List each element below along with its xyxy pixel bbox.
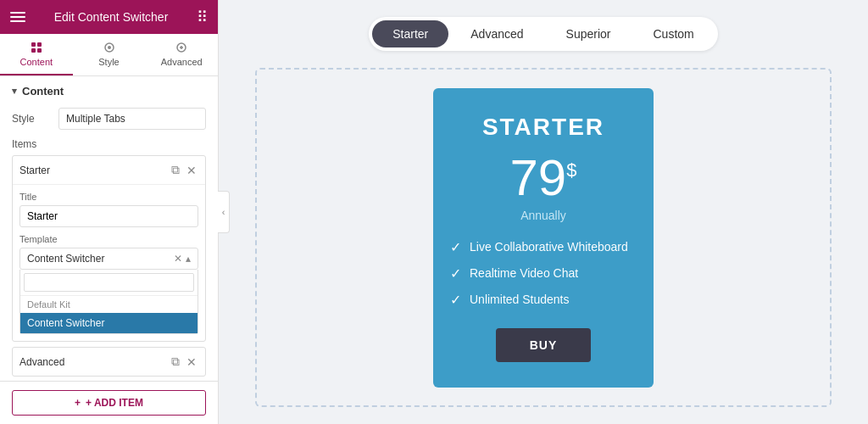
hamburger-icon[interactable] [10, 12, 25, 22]
pricing-buy-button[interactable]: BUY [496, 328, 592, 362]
check-icon-3: ✓ [450, 292, 461, 308]
dropdown-item-content-switcher[interactable]: Content Switcher [20, 313, 198, 333]
template-dropdown: Default Kit Content Switcher [19, 270, 198, 334]
collapse-handle[interactable]: ‹ [218, 191, 230, 233]
tab-content-label: Content [20, 57, 53, 67]
template-select-box[interactable]: Content Switcher ✕ ▴ [19, 248, 198, 270]
pricing-features: ✓ Live Collaborative Whiteboard ✓ Realti… [450, 239, 637, 308]
item-advanced-delete-btn[interactable]: ✕ [185, 353, 198, 371]
tab-advanced[interactable]: Advanced [145, 34, 218, 75]
template-select-actions: ✕ ▴ [174, 253, 191, 265]
template-select-text: Content Switcher [27, 253, 174, 265]
advanced-icon [175, 41, 188, 54]
items-label: Items [12, 138, 206, 150]
item-advanced: Advanced ⧉ ✕ [12, 347, 206, 377]
item-starter-copy-btn[interactable]: ⧉ [170, 161, 181, 179]
title-subfield: Title [13, 185, 205, 234]
sidebar-footer: + + ADD ITEM [0, 381, 218, 424]
sidebar-tabs: Content Style Advanced [0, 34, 218, 76]
add-item-button[interactable]: + + ADD ITEM [12, 390, 206, 416]
tab-style-label: Style [98, 57, 119, 67]
sidebar-header: Edit Content Switcher ⠿ [0, 0, 218, 34]
sidebar-content: ▾ Content Style Multiple Tabs Items Star… [0, 76, 218, 381]
item-starter-actions: ⧉ ✕ [170, 161, 198, 179]
tab-superior-btn[interactable]: Superior [546, 20, 632, 47]
style-field-row: Style Multiple Tabs [12, 108, 206, 130]
tab-content[interactable]: Content [0, 34, 73, 75]
style-select[interactable]: Multiple Tabs [58, 108, 206, 130]
feature-3-text: Unlimited Students [470, 293, 570, 306]
pricing-title: STARTER [482, 114, 604, 141]
title-input[interactable] [19, 205, 198, 227]
feature-3: ✓ Unlimited Students [450, 292, 637, 308]
tab-switcher: Starter Advanced Superior Custom [369, 17, 717, 51]
section-collapse-icon[interactable]: ▾ [12, 86, 17, 97]
grid-icon[interactable]: ⠿ [197, 8, 208, 26]
style-icon [103, 41, 116, 54]
item-advanced-copy-btn[interactable]: ⧉ [170, 353, 181, 371]
template-label: Template [19, 234, 198, 244]
item-starter: Starter ⧉ ✕ Title Template Content Switc… [12, 155, 206, 342]
pricing-card: STARTER 79 $ Annually ✓ Live Collaborati… [433, 88, 654, 388]
item-starter-delete-btn[interactable]: ✕ [185, 161, 198, 179]
tab-advanced-label: Advanced [161, 57, 203, 67]
svg-rect-2 [31, 48, 36, 53]
section-title: Content [22, 85, 64, 98]
add-item-label: + ADD ITEM [86, 397, 143, 409]
svg-point-5 [108, 46, 111, 49]
template-toggle-icon[interactable]: ▴ [186, 253, 191, 265]
title-subfield-label: Title [19, 192, 198, 202]
template-field: Template Content Switcher ✕ ▴ [13, 234, 205, 341]
item-starter-label: Starter [19, 165, 170, 176]
sidebar: Edit Content Switcher ⠿ Content Style [0, 0, 219, 424]
feature-1-text: Live Collaborative Whiteboard [470, 240, 628, 254]
dropdown-group-label: Default Kit [20, 296, 198, 313]
tab-custom-btn[interactable]: Custom [632, 20, 714, 47]
pricing-price: 79 $ [510, 153, 577, 204]
svg-rect-3 [37, 48, 42, 53]
svg-rect-1 [37, 42, 42, 47]
tab-starter-btn[interactable]: Starter [372, 20, 448, 47]
add-item-plus-icon: + [75, 397, 81, 409]
check-icon-1: ✓ [450, 239, 461, 255]
item-advanced-actions: ⧉ ✕ [170, 353, 198, 371]
pricing-currency: $ [566, 161, 576, 180]
preview-area: STARTER 79 $ Annually ✓ Live Collaborati… [255, 68, 832, 407]
item-starter-header: Starter ⧉ ✕ [13, 156, 205, 185]
template-clear-icon[interactable]: ✕ [174, 253, 182, 265]
template-select-wrapper: Content Switcher ✕ ▴ Default Kit Content… [19, 248, 198, 334]
svg-rect-0 [31, 42, 36, 47]
section-header: ▾ Content [12, 85, 206, 98]
style-select-wrapper: Multiple Tabs [58, 108, 206, 130]
sidebar-title: Edit Content Switcher [54, 10, 169, 24]
feature-2-text: Realtime Video Chat [470, 266, 578, 280]
tab-style[interactable]: Style [73, 34, 146, 75]
dropdown-search-input[interactable] [24, 273, 194, 292]
feature-2: ✓ Realtime Video Chat [450, 265, 637, 282]
pricing-price-number: 79 [510, 153, 567, 204]
tab-advanced-btn[interactable]: Advanced [450, 20, 543, 47]
content-icon [30, 41, 43, 54]
item-advanced-label: Advanced [19, 356, 170, 368]
main-area: Starter Advanced Superior Custom STARTER… [219, 0, 868, 424]
dropdown-search-wrapper [20, 270, 198, 296]
feature-1: ✓ Live Collaborative Whiteboard [450, 239, 637, 255]
style-label: Style [12, 113, 58, 125]
pricing-period: Annually [520, 209, 566, 222]
check-icon-2: ✓ [450, 265, 461, 282]
